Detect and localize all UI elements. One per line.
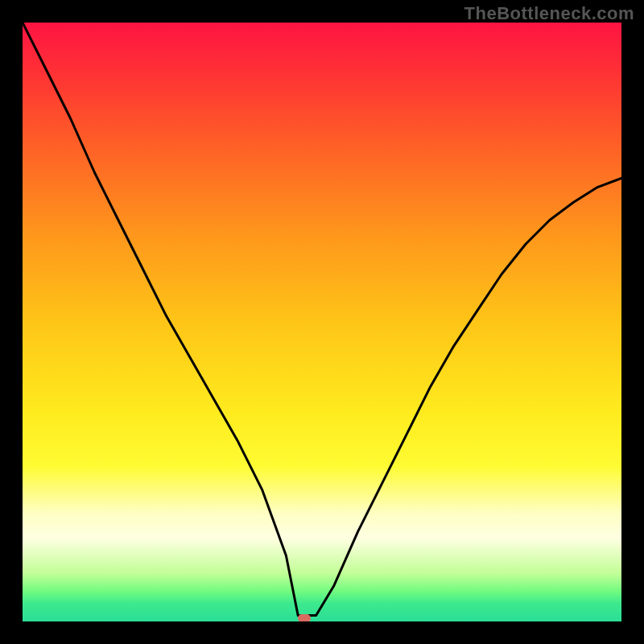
bottleneck-curve [23,23,621,621]
optimal-point-marker [298,614,311,621]
watermark-text: TheBottleneck.com [464,3,634,24]
curve-path [23,23,621,616]
chart-frame: TheBottleneck.com [0,0,644,644]
plot-area [23,23,621,621]
